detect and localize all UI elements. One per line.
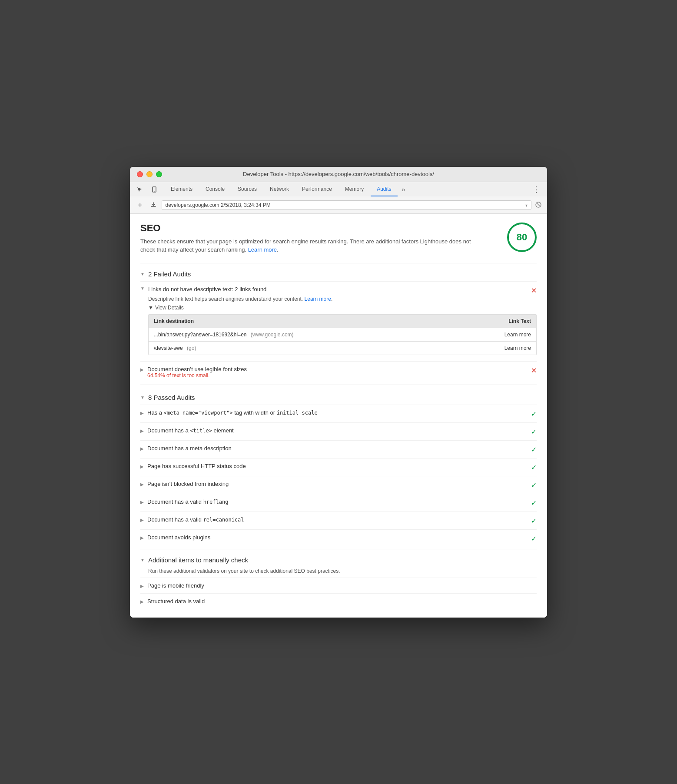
passed-audit-5-left: ▶ Page isn’t blocked from indexing [140,481,528,487]
failed-audits-header[interactable]: ▼ 2 Failed Audits [140,265,537,281]
cursor-icon[interactable] [133,183,146,196]
more-tabs-button[interactable]: » [398,183,409,196]
passed-audit-7-left: ▶ Document has a valid rel=canonical [140,516,528,523]
th-linktext: Link Text [475,315,536,328]
more-options-button[interactable]: ⋮ [529,182,544,197]
url-main-1: ...bin/answer.py?answer=181692&hl=en [154,332,247,338]
passed-1-chevron-icon[interactable]: ▶ [140,411,144,415]
tab-audits[interactable]: Audits [371,183,397,196]
view-details-toggle[interactable]: ▼ View Details [148,305,537,311]
failed-audit-1: ▼ Links do not have descriptive text: 2 … [140,281,537,361]
audit-1-learn-more-link[interactable]: Learn more [305,296,331,302]
close-button[interactable] [137,171,143,177]
tab-sources[interactable]: Sources [232,183,263,196]
passed-audit-4: ▶ Page has successful HTTP status code ✓ [140,458,537,476]
additional-1-chevron-icon[interactable]: ▶ [140,584,144,588]
passed-6-chevron-icon[interactable]: ▶ [140,500,144,505]
url-main-2: /devsite-swe [154,345,183,351]
td-linktext-2: Learn more [475,342,536,355]
audit-2-chevron-icon[interactable]: ▶ [140,367,144,372]
additional-title: Additional items to manually check [148,556,248,564]
passed-audit-6-header: ▶ Document has a valid hreflang ✓ [140,498,537,507]
passed-1-pass-icon: ✓ [531,410,537,418]
audit-1-chevron-icon[interactable]: ▼ [140,286,145,291]
additional-audit-2-left: ▶ Structured data is valid [140,598,537,605]
failed-audits-title: 2 Failed Audits [148,270,191,278]
passed-audit-8: ▶ Document avoids plugins ✓ [140,529,537,547]
table-header-row: Link destination Link Text [149,315,536,328]
passed-audit-1-header: ▶ Has a <meta name="viewport"> tag with … [140,409,537,418]
passed-audits-header[interactable]: ▼ 8 Passed Audits [140,389,537,405]
table-row: ...bin/answer.py?answer=181692&hl=en (ww… [149,328,536,341]
passed-2-pass-icon: ✓ [531,428,537,436]
maximize-button[interactable] [156,171,162,177]
seo-learn-more-link[interactable]: Learn more [248,246,277,253]
passed-audit-1-left: ▶ Has a <meta name="viewport"> tag with … [140,409,528,416]
passed-2-title: Document has a <title> element [147,427,234,434]
add-button[interactable]: + [135,200,145,211]
passed-8-chevron-icon[interactable]: ▶ [140,535,144,540]
url-text: developers.google.com 2/5/2018, 3:24:34 … [166,202,523,208]
failed-audit-2-header: ▶ Document doesn’t use legible font size… [140,366,537,379]
devtools-toolbar: Elements Console Sources Network Perform… [130,182,547,197]
passed-audit-4-left: ▶ Page has successful HTTP status code [140,463,528,469]
passed-6-pass-icon: ✓ [531,499,537,507]
passed-1-title: Has a <meta name="viewport"> tag with wi… [147,409,318,416]
additional-chevron-icon: ▼ [140,558,145,562]
tab-console[interactable]: Console [199,183,231,196]
address-input[interactable]: developers.google.com 2/5/2018, 3:24:34 … [162,200,531,210]
passed-audits-section: ▼ 8 Passed Audits ▶ Has a <meta name="vi… [140,389,537,547]
passed-7-chevron-icon[interactable]: ▶ [140,518,144,522]
passed-3-chevron-icon[interactable]: ▶ [140,446,144,451]
audit-1-title: Links do not have descriptive text: 2 li… [148,286,266,292]
passed-8-pass-icon: ✓ [531,535,537,543]
passed-3-title: Document has a meta description [147,445,232,452]
additional-section-divider [140,549,537,549]
seo-title: SEO [140,223,479,234]
seo-info: SEO These checks ensure that your page i… [140,223,479,254]
download-button[interactable] [149,201,158,210]
details-table: Link destination Link Text ...bin/answer… [148,314,537,355]
table-row-2: /devsite-swe (go) Learn more [149,341,536,355]
svg-point-1 [154,191,155,192]
failed-chevron-icon: ▼ [140,272,145,276]
additional-2-chevron-icon[interactable]: ▶ [140,599,144,604]
passed-3-pass-icon: ✓ [531,445,537,454]
additional-2-title: Structured data is valid [147,598,205,605]
passed-2-chevron-icon[interactable]: ▶ [140,429,144,433]
passed-audit-1: ▶ Has a <meta name="viewport"> tag with … [140,405,537,422]
tab-elements[interactable]: Elements [165,183,199,196]
additional-section: ▼ Additional items to manually check Run… [140,551,537,609]
passed-audit-3-left: ▶ Document has a meta description [140,445,528,452]
additional-audit-2: ▶ Structured data is valid [140,593,537,609]
tab-memory[interactable]: Memory [339,183,370,196]
audit-2-title: Document doesn’t use legible font sizes [147,366,247,372]
passed-audit-2: ▶ Document has a <title> element ✓ [140,422,537,440]
address-bar: + developers.google.com 2/5/2018, 3:24:3… [130,197,547,214]
tab-network[interactable]: Network [264,183,295,196]
passed-audit-3: ▶ Document has a meta description ✓ [140,440,537,458]
mobile-icon[interactable] [148,183,160,196]
passed-audits-title: 8 Passed Audits [148,394,195,401]
block-icon[interactable] [535,201,542,209]
dropdown-arrow-icon: ▾ [525,203,528,208]
td-linktext-1: Learn more [475,328,536,341]
passed-audit-6: ▶ Document has a valid hreflang ✓ [140,494,537,512]
view-details-label: View Details [155,305,184,311]
view-details-chevron-icon: ▼ [148,305,153,311]
passed-audit-8-header: ▶ Document avoids plugins ✓ [140,534,537,543]
passed-audit-4-header: ▶ Page has successful HTTP status code ✓ [140,463,537,472]
tab-performance[interactable]: Performance [296,183,338,196]
title-bar: Developer Tools - https://developers.goo… [130,167,547,182]
toolbar-icons [133,183,160,196]
passed-chevron-icon: ▼ [140,395,145,400]
passed-4-chevron-icon[interactable]: ▶ [140,464,144,469]
passed-audit-6-left: ▶ Document has a valid hreflang [140,498,528,505]
failed-audit-2-left: ▶ Document doesn’t use legible font size… [140,366,528,379]
passed-5-chevron-icon[interactable]: ▶ [140,482,144,487]
additional-header[interactable]: ▼ Additional items to manually check [140,551,537,567]
audit-1-fail-icon: ✕ [531,286,537,295]
svg-line-3 [537,203,541,206]
passed-audit-5: ▶ Page isn’t blocked from indexing ✓ [140,476,537,494]
minimize-button[interactable] [146,171,153,177]
